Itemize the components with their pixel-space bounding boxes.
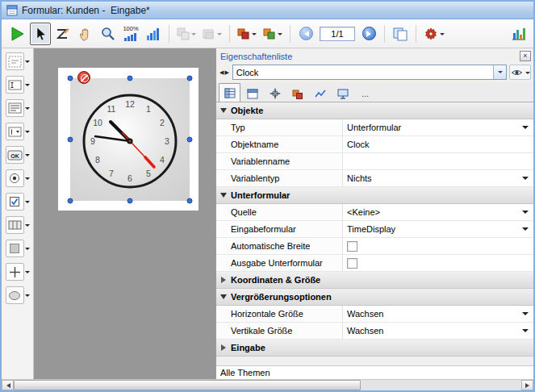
- row-quelle[interactable]: Quelle <Keine>: [216, 204, 533, 221]
- pages-button[interactable]: [390, 23, 411, 45]
- frame-tool-button[interactable]: [6, 240, 24, 257]
- collapse-icon: [220, 108, 227, 116]
- align-widgets-button[interactable]: [174, 23, 199, 45]
- design-canvas[interactable]: 12 1 2 3 4 5 6 7 8 9 10 11: [34, 48, 215, 379]
- insert-object-menu-button[interactable]: [235, 23, 259, 45]
- row-variablenname[interactable]: Variablenname: [216, 153, 533, 170]
- filter-combobox[interactable]: Alle Themen: [216, 365, 533, 379]
- scroll-left-button[interactable]: [2, 380, 14, 390]
- row-ausgabe-unterformular[interactable]: Ausgabe Unterformular: [216, 255, 533, 272]
- chevron-down-icon[interactable]: [522, 211, 529, 217]
- group-objekte[interactable]: Objekte: [216, 102, 533, 119]
- group-vergroesserungsoptionen[interactable]: Vergrößerungsoptionen: [216, 289, 533, 306]
- combo-dropdown-button[interactable]: [493, 65, 506, 79]
- record-indicator: 1/1: [320, 27, 355, 41]
- chevron-down-icon[interactable]: [25, 271, 30, 276]
- toolbar-separator: [384, 25, 385, 43]
- chevron-down-icon: [440, 33, 445, 38]
- tab-settings[interactable]: [264, 85, 286, 102]
- resize-widgets-button[interactable]: [200, 23, 224, 45]
- chevron-down-icon[interactable]: [25, 60, 30, 65]
- tab-widgets[interactable]: [286, 85, 308, 102]
- tab-properties[interactable]: [219, 83, 240, 102]
- chevron-down-icon[interactable]: [25, 248, 30, 252]
- tab-data-source[interactable]: [241, 85, 263, 102]
- selection-handle[interactable]: [187, 198, 193, 204]
- row-typ[interactable]: Typ Unterformular: [216, 119, 533, 136]
- checkbox-tool-button[interactable]: [6, 193, 24, 211]
- property-value: Wachsen: [347, 326, 383, 336]
- row-vertikale-groesse[interactable]: Vertikale Größe Wachsen: [216, 323, 533, 340]
- tab-display[interactable]: [332, 85, 353, 102]
- property-value: Unterformular: [347, 123, 401, 132]
- chevron-down-icon[interactable]: [25, 131, 30, 136]
- tab-order-button[interactable]: [52, 23, 73, 45]
- row-eingabeformular[interactable]: Eingabeformular TimeDisplay: [216, 221, 533, 238]
- next-record-button[interactable]: [358, 23, 379, 45]
- titlebar[interactable]: Formular: Kunden - Eingabe*: [2, 2, 533, 19]
- row-automatische-breite[interactable]: Automatische Breite: [216, 238, 533, 255]
- combo-box-tool-button[interactable]: [6, 123, 24, 140]
- text-editor-tool-button[interactable]: [6, 99, 24, 117]
- selection-handle[interactable]: [187, 76, 193, 81]
- checkbox[interactable]: [347, 258, 357, 269]
- selection-handle[interactable]: [127, 198, 133, 204]
- selection-handle[interactable]: [68, 137, 73, 143]
- line-edit-tool-button[interactable]: [6, 76, 24, 94]
- scrollbar-track[interactable]: [14, 380, 521, 390]
- filter-value: Alle Themen: [220, 368, 270, 377]
- selection-handle[interactable]: [68, 76, 73, 81]
- gray-squares-icon: [177, 27, 190, 40]
- panel-tabs: ...: [216, 82, 533, 102]
- selection-handle[interactable]: [68, 198, 73, 204]
- previous-record-button[interactable]: [295, 23, 316, 45]
- zoom-fit-button[interactable]: [143, 23, 164, 45]
- chevron-down-icon[interactable]: [25, 224, 30, 229]
- chevron-down-icon[interactable]: [522, 329, 529, 336]
- visibility-menu-button[interactable]: [509, 65, 531, 80]
- push-button-tool-button[interactable]: OK: [6, 146, 24, 164]
- chevron-down-icon[interactable]: [25, 107, 30, 112]
- object-selector-combobox[interactable]: Clock: [232, 65, 507, 80]
- selection-handle[interactable]: [127, 76, 133, 81]
- chevron-down-icon[interactable]: [522, 126, 529, 132]
- chevron-down-icon[interactable]: [25, 177, 30, 182]
- previous-object-button[interactable]: ◀: [219, 69, 224, 76]
- insert-field-menu-button[interactable]: [261, 23, 285, 45]
- chevron-down-icon[interactable]: [522, 227, 529, 234]
- report-chart-button[interactable]: [508, 23, 529, 45]
- run-form-button[interactable]: [6, 23, 28, 45]
- chevron-down-icon[interactable]: [522, 312, 529, 319]
- clock-subform-widget[interactable]: 12 1 2 3 4 5 6 7 8 9 10 11: [70, 78, 190, 201]
- next-object-button[interactable]: ▶: [224, 69, 228, 76]
- row-horizontale-groesse[interactable]: Horizontale Größe Wachsen: [216, 306, 533, 323]
- chevron-down-icon[interactable]: [25, 154, 30, 159]
- group-unterformular[interactable]: Unterformular: [216, 187, 533, 204]
- chevron-down-icon[interactable]: [522, 177, 529, 183]
- line-tool-button[interactable]: [6, 263, 24, 281]
- pointer-tool-button[interactable]: [30, 23, 51, 45]
- selection-handle[interactable]: [187, 137, 193, 143]
- pan-tool-button[interactable]: [75, 23, 96, 45]
- checkbox[interactable]: [347, 241, 357, 252]
- button-group-tool-button[interactable]: [6, 216, 24, 234]
- ellipse-tool-button[interactable]: [6, 286, 24, 304]
- zoom-level-button[interactable]: 100%: [120, 23, 141, 45]
- chevron-down-icon[interactable]: [25, 201, 30, 206]
- row-variablentyp[interactable]: Variablentyp Nichts: [216, 170, 533, 187]
- scroll-right-button[interactable]: [521, 380, 533, 390]
- settings-menu-button[interactable]: [421, 23, 447, 45]
- form-sheet[interactable]: 12 1 2 3 4 5 6 7 8 9 10 11: [58, 68, 199, 211]
- radio-button-tool-button[interactable]: [6, 169, 24, 187]
- zoom-tool-button[interactable]: [98, 23, 119, 45]
- group-eingabe[interactable]: Eingabe: [216, 340, 533, 357]
- group-koordinaten-groesse[interactable]: Koordinaten & Größe: [216, 272, 533, 289]
- tab-events[interactable]: [309, 85, 331, 102]
- label-tool-button[interactable]: [6, 52, 24, 70]
- chevron-down-icon[interactable]: [25, 294, 30, 299]
- scrollbar-thumb[interactable]: [14, 380, 361, 390]
- tab-more[interactable]: ...: [354, 85, 376, 102]
- chevron-down-icon[interactable]: [25, 84, 30, 89]
- row-objektname[interactable]: Objektname Clock: [216, 136, 533, 153]
- close-button[interactable]: ×: [520, 51, 531, 61]
